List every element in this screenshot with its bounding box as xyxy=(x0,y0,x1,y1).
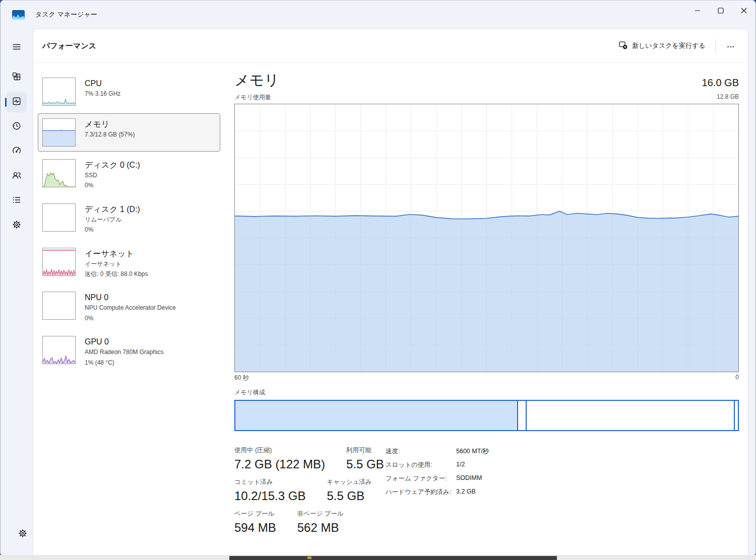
npu0-mini-chart xyxy=(42,292,76,320)
cpu-mini-chart xyxy=(42,78,76,106)
stat-label: 使用中 (圧縮) xyxy=(234,446,325,455)
stat-value-cached: 5.5 GB xyxy=(327,489,371,503)
gpu0-mini-chart xyxy=(42,336,76,364)
memory-panel-title: メモリ xyxy=(234,73,279,89)
perf-item-subtitle2: 0% xyxy=(85,180,140,190)
perf-item-subtitle: リムーバブル xyxy=(85,215,140,225)
perf-item-subtitle: 7.3/12.8 GB (57%) xyxy=(85,129,135,139)
stat-value-slots-used: 1/2 xyxy=(456,461,489,469)
memory-usage-max-label: 12.8 GB xyxy=(717,93,739,102)
memory-stats-right: 速度: 5600 MT/秒 スロットの使用: 1/2 フォーム ファクター: S… xyxy=(386,446,489,541)
stat-value-hw-reserved: 3.2 GB xyxy=(456,488,489,497)
perf-item-subtitle2: 0% xyxy=(85,313,176,323)
task-manager-window: タスク マネージャー xyxy=(0,0,756,556)
stat-label: キャッシュ済み xyxy=(327,478,371,486)
app-history-icon xyxy=(12,121,22,133)
new-task-icon xyxy=(619,41,627,51)
sidebar-item-users[interactable] xyxy=(7,166,27,186)
memory-total-capacity: 16.0 GB xyxy=(702,77,739,89)
memory-detail-panel: メモリ 16.0 GB メモリ使用量 12.8 GB 60 秒 0 メモリ構成 xyxy=(234,73,739,556)
stat-label: ハードウェア予約済み: xyxy=(386,488,456,497)
services-gear-icon xyxy=(12,220,22,232)
perf-item-subtitle2: 1% (48 °C) xyxy=(85,358,164,368)
hamburger-icon xyxy=(12,42,22,54)
settings-gear-icon xyxy=(18,528,28,540)
composition-in-use-segment xyxy=(235,401,518,430)
perf-item-memory[interactable]: メモリ 7.3/12.8 GB (57%) xyxy=(38,113,220,152)
perf-item-title: GPU 0 xyxy=(85,337,164,347)
stat-label: 利用可能 xyxy=(346,446,384,455)
stat-value-in-use: 7.2 GB (122 MB) xyxy=(234,457,325,471)
perf-item-title: ディスク 1 (D:) xyxy=(85,204,140,215)
stat-value-paged-pool: 594 MB xyxy=(234,521,276,535)
perf-item-subtitle: NPU Compute Accelerator Device xyxy=(85,303,176,313)
stat-label: コミット済み xyxy=(234,478,305,486)
run-new-task-button[interactable]: 新しいタスクを実行する xyxy=(614,37,710,54)
header-separator xyxy=(715,39,716,52)
stat-label: フォーム ファクター: xyxy=(386,474,456,483)
performance-icon xyxy=(12,96,22,108)
time-axis-right-label: 0 xyxy=(735,374,739,382)
memory-composition-label: メモリ構成 xyxy=(234,388,739,397)
memory-stats-left: 使用中 (圧縮) 7.2 GB (122 MB) 利用可能 5.5 GB コミッ… xyxy=(234,446,386,541)
perf-item-subtitle: AMD Radeon 780M Graphics xyxy=(85,347,164,357)
sidebar-item-processes[interactable] xyxy=(7,67,27,88)
disk1-mini-chart xyxy=(42,203,76,232)
performance-list: CPU 7% 3.16 GHz メモリ 7.3/12.8 GB (57%) ディ… xyxy=(38,73,220,375)
perf-item-subtitle2: 0% xyxy=(85,225,140,235)
memory-composition-bar xyxy=(234,400,739,431)
perf-item-ethernet[interactable]: イーサネット イーサネット 送信: 0 受信: 88.0 Kbps xyxy=(38,243,220,285)
sidebar-item-services[interactable] xyxy=(7,216,27,236)
processes-icon xyxy=(12,72,22,84)
background-window-sliver xyxy=(229,556,557,560)
memory-stats: 使用中 (圧縮) 7.2 GB (122 MB) 利用可能 5.5 GB コミッ… xyxy=(234,446,739,541)
minimize-button[interactable] xyxy=(686,1,709,21)
perf-item-subtitle: SSD xyxy=(85,170,140,180)
settings-button[interactable] xyxy=(13,524,33,544)
memory-usage-chart xyxy=(234,104,739,372)
perf-item-title: ディスク 0 (C:) xyxy=(85,160,140,170)
stat-value-speed: 5600 MT/秒 xyxy=(456,447,489,456)
perf-item-title: イーサネット xyxy=(85,249,148,259)
perf-item-disk0[interactable]: ディスク 0 (C:) SSD 0% xyxy=(38,154,220,196)
perf-item-subtitle: イーサネット xyxy=(85,259,148,269)
background-window-accent xyxy=(307,556,311,559)
page-header: パフォーマンス 新しいタスクを実行する ... xyxy=(33,29,748,63)
startup-gauge-icon xyxy=(12,146,22,158)
perf-item-cpu[interactable]: CPU 7% 3.16 GHz xyxy=(38,73,220,111)
sidebar-item-details[interactable] xyxy=(7,191,27,211)
perf-item-npu0[interactable]: NPU 0 NPU Compute Accelerator Device 0% xyxy=(38,287,220,328)
stat-label: 速度: xyxy=(386,447,456,456)
page-title: パフォーマンス xyxy=(42,41,96,51)
window-title: タスク マネージャー xyxy=(35,10,97,19)
sidebar-item-startup-apps[interactable] xyxy=(7,142,27,162)
task-manager-app-icon xyxy=(12,10,25,20)
perf-item-disk1[interactable]: ディスク 1 (D:) リムーバブル 0% xyxy=(38,198,220,240)
titlebar: タスク マネージャー xyxy=(1,1,755,29)
composition-divider xyxy=(734,401,735,430)
details-list-icon xyxy=(12,195,22,207)
perf-item-title: NPU 0 xyxy=(85,293,176,303)
stat-value-form-factor: SODIMM xyxy=(456,474,489,483)
maximize-button[interactable] xyxy=(709,1,732,21)
run-new-task-label: 新しいタスクを実行する xyxy=(632,41,705,50)
stat-label: ページ プール xyxy=(234,510,276,518)
more-options-button[interactable]: ... xyxy=(721,38,741,54)
memory-mini-chart xyxy=(42,118,76,147)
content-card: パフォーマンス 新しいタスクを実行する ... CPU xyxy=(33,29,748,556)
perf-item-subtitle: 7% 3.16 GHz xyxy=(85,89,120,99)
stat-value-committed: 10.2/15.3 GB xyxy=(234,489,305,503)
stat-value-non-paged-pool: 562 MB xyxy=(297,521,344,535)
sidebar-item-app-history[interactable] xyxy=(7,117,27,137)
close-button[interactable] xyxy=(732,1,755,21)
ethernet-mini-chart xyxy=(42,248,76,276)
composition-divider xyxy=(526,401,527,430)
hamburger-menu-button[interactable] xyxy=(7,38,27,58)
disk0-mini-chart xyxy=(42,159,76,187)
stat-value-available: 5.5 GB xyxy=(346,457,384,471)
sidebar-item-performance[interactable] xyxy=(7,92,27,112)
navigation-rail xyxy=(1,29,33,556)
stat-label: スロットの使用: xyxy=(386,461,456,469)
users-icon xyxy=(12,170,22,182)
perf-item-gpu0[interactable]: GPU 0 AMD Radeon 780M Graphics 1% (48 °C… xyxy=(38,331,220,373)
